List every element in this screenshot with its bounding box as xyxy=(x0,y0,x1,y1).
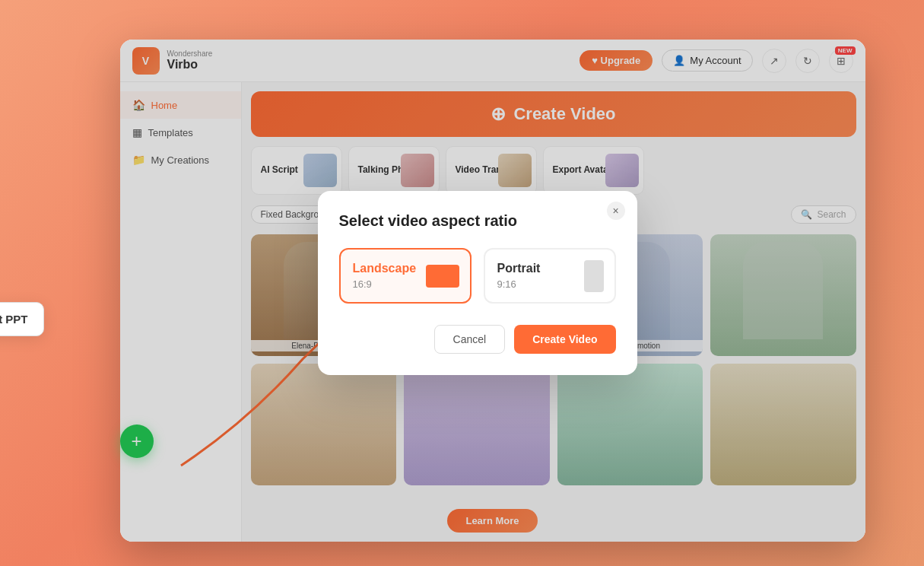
cancel-button[interactable]: Cancel xyxy=(434,325,506,354)
import-ppt-label: Import PPT xyxy=(0,313,28,326)
landscape-ratio: 16:9 xyxy=(353,278,372,290)
portrait-option[interactable]: Portrait 9:16 xyxy=(484,248,616,304)
modal-actions: Cancel Create Video xyxy=(339,325,616,354)
portrait-label: Portrait xyxy=(497,262,541,275)
landscape-option[interactable]: Landscape 16:9 xyxy=(339,248,472,304)
ratio-options: Landscape 16:9 Portrait 9:16 xyxy=(339,248,616,304)
landscape-label: Landscape xyxy=(353,262,417,275)
import-ppt-button[interactable]: 📋 Import PPT xyxy=(0,302,44,336)
create-video-button[interactable]: Create Video xyxy=(514,325,615,354)
portrait-ratio: 9:16 xyxy=(497,278,516,290)
modal-close-button[interactable]: × xyxy=(607,202,625,220)
modal-title: Select video aspect ratio xyxy=(339,212,616,230)
modal-overlay: × Select video aspect ratio Landscape 16… xyxy=(120,40,865,542)
landscape-icon xyxy=(426,265,459,288)
app-window: V Wondershare Virbo ♥ Upgrade 👤 My Accou… xyxy=(120,40,865,542)
aspect-ratio-modal: × Select video aspect ratio Landscape 16… xyxy=(318,191,637,375)
portrait-icon xyxy=(584,260,604,292)
